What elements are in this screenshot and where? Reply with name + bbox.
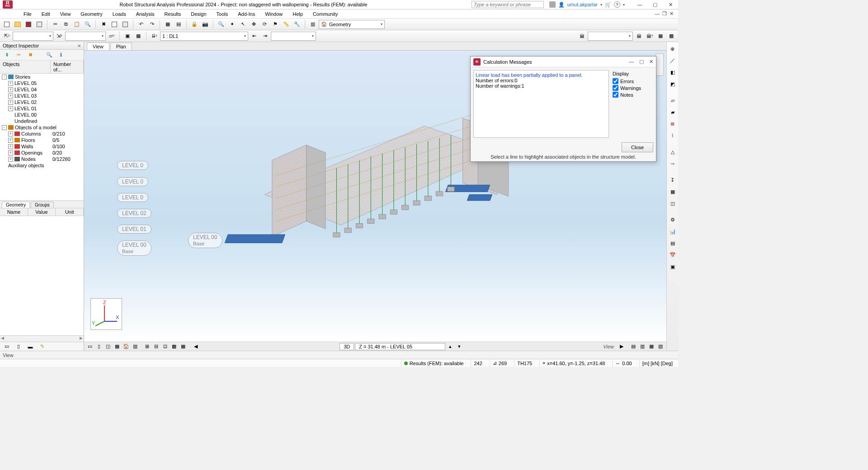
tree-row[interactable]: +LEVEL 04 <box>0 86 84 93</box>
vb-end-4[interactable]: ▧ <box>656 343 665 350</box>
view-info[interactable]: Z = 31.48 m - LEVEL 05 <box>355 343 445 350</box>
apply-section-icon[interactable]: 🏛 <box>634 31 644 41</box>
rt-section-icon[interactable]: ◧ <box>668 67 678 77</box>
menu-analysis[interactable]: Analysis <box>132 10 159 18</box>
menu-help[interactable]: Help <box>288 10 307 18</box>
rt-mesh-icon[interactable]: ▦ <box>668 187 678 197</box>
vb-end-1[interactable]: ▤ <box>629 343 637 350</box>
vb-down[interactable]: ▾ <box>455 343 463 350</box>
vb-5[interactable]: 🏠 <box>122 343 130 350</box>
vb-scroll-left[interactable]: ◀ <box>192 343 200 350</box>
calc-icon[interactable]: ▤ <box>174 19 184 29</box>
search-input[interactable] <box>472 1 544 8</box>
prop-col-name[interactable]: Name <box>0 208 28 216</box>
menu-file[interactable]: File <box>19 10 36 18</box>
zoom-icon[interactable]: 🔍 <box>216 19 226 29</box>
tree-row[interactable]: Auxiliary objects <box>0 162 84 169</box>
tree-row[interactable]: +Columns0/210 <box>0 131 84 137</box>
menu-tools[interactable]: Tools <box>212 10 233 18</box>
rt-bar-icon[interactable]: ／ <box>668 56 678 66</box>
layout-combo[interactable]: 🏠Geometry▾ <box>319 20 385 29</box>
prop-col-value[interactable]: Value <box>28 208 56 216</box>
check-warnings[interactable]: Warnings <box>613 85 652 91</box>
load-next-icon[interactable]: ⇥ <box>260 31 270 41</box>
sheet-icon[interactable] <box>109 19 119 29</box>
delete-icon[interactable]: ✖ <box>99 19 108 29</box>
section-combo[interactable]: ▾ <box>588 32 633 41</box>
node-select-icon[interactable]: ⇱? <box>2 31 12 41</box>
menu-window[interactable]: Window <box>260 10 287 18</box>
cut-icon[interactable]: ✂ <box>50 19 60 29</box>
tree-row[interactable]: +Nodes0/12280 <box>0 156 84 162</box>
close-button[interactable]: Close <box>622 142 653 152</box>
vb-3[interactable]: ◫ <box>104 343 112 350</box>
tab-view[interactable]: View <box>87 42 109 50</box>
node-combo[interactable]: ▾ <box>13 32 53 41</box>
menu-design[interactable]: Design <box>186 10 211 18</box>
tree-search-icon[interactable]: 🔍 <box>44 50 54 60</box>
tree-row[interactable]: +Openings0/20 <box>0 150 84 156</box>
minimize-button[interactable]: — <box>632 0 647 9</box>
axis-gizmo[interactable]: Z X Y <box>90 298 122 330</box>
tree-row[interactable]: +Floors0/5 <box>0 137 84 143</box>
section-db-icon[interactable]: 🏛 <box>577 31 587 41</box>
vb-end-2[interactable]: ▥ <box>638 343 646 350</box>
dialog-titlebar[interactable]: R Calculation Messages — ▢ ✕ <box>471 56 656 67</box>
rt-slab-icon[interactable]: ▰ <box>668 107 678 117</box>
display-icon[interactable]: ▣ <box>123 31 132 41</box>
rt-extra-icon[interactable]: ▣ <box>668 262 678 272</box>
vb-4[interactable]: ▦ <box>113 343 121 350</box>
help-icon[interactable]: ? <box>614 1 620 8</box>
bar-combo[interactable]: ▾ <box>65 32 106 41</box>
menu-loads[interactable]: Loads <box>108 10 131 18</box>
vb-10[interactable]: ▩ <box>170 343 178 350</box>
tree-tool-3[interactable]: ✖ <box>25 50 35 60</box>
rt-date-icon[interactable]: 📅 <box>668 250 678 260</box>
grid2-icon[interactable]: ▩ <box>666 31 676 41</box>
mode-combo[interactable]: ▾ <box>271 32 316 41</box>
vb-up[interactable]: ▴ <box>446 343 454 350</box>
load-prev-icon[interactable]: ⇤ <box>249 31 259 41</box>
open-icon[interactable] <box>13 19 23 29</box>
tree-row[interactable]: +LEVEL 03 <box>0 93 84 99</box>
tree-row[interactable]: +Walls0/100 <box>0 143 84 150</box>
orbit-icon[interactable]: ⟳ <box>259 19 269 29</box>
load-case-combo[interactable]: 1 : DL1▾ <box>160 32 248 41</box>
rt-load-icon[interactable]: ↧ <box>668 175 678 185</box>
rt-release-icon[interactable]: ⊸ <box>668 159 678 169</box>
check-notes[interactable]: Notes <box>613 92 652 98</box>
module-icon[interactable] <box>549 1 556 8</box>
screenshot-icon[interactable]: 📷 <box>200 19 210 29</box>
copy-icon[interactable]: ⧉ <box>61 19 71 29</box>
lock-icon[interactable]: 🔒 <box>189 19 199 29</box>
vb-7[interactable]: ⊞ <box>143 343 151 350</box>
sections-help-icon[interactable]: 🏛? <box>645 31 655 41</box>
menu-community[interactable]: Community <box>308 10 343 18</box>
rt-calc-icon[interactable]: ⚙ <box>668 215 678 225</box>
message-list[interactable]: Linear load has been partially applied t… <box>473 70 609 138</box>
print-icon[interactable] <box>34 19 44 29</box>
tab-plan[interactable]: Plan <box>110 42 132 50</box>
measure-icon[interactable]: 📏 <box>281 19 291 29</box>
tree-help-icon[interactable]: ℹ <box>56 50 66 60</box>
vb-11[interactable]: ▦ <box>179 343 187 350</box>
sheets-icon[interactable] <box>120 19 130 29</box>
mini-2[interactable]: ▯ <box>14 342 24 352</box>
rt-cladding-icon[interactable]: ⌇ <box>668 131 678 141</box>
pan-icon[interactable]: ✥ <box>249 19 259 29</box>
prop-col-unit[interactable]: Unit <box>56 208 84 216</box>
vb-6[interactable]: ▥ <box>131 343 139 350</box>
rt-mat-icon[interactable]: ◩ <box>668 79 678 89</box>
tree-col-objects[interactable]: Objects <box>0 61 51 73</box>
tree-row[interactable]: +LEVEL 02 <box>0 99 84 105</box>
menu-results[interactable]: Results <box>160 10 186 18</box>
dialog-minimize[interactable]: — <box>629 59 634 65</box>
close-button[interactable]: ✕ <box>663 0 678 9</box>
vb-8[interactable]: ⊟ <box>152 343 160 350</box>
vb-2[interactable]: ▯ <box>95 343 103 350</box>
select-icon[interactable]: ↖ <box>238 19 248 29</box>
rt-axis-icon[interactable]: ⊕ <box>668 44 678 54</box>
tree-row[interactable]: -Stories <box>0 74 84 80</box>
menu-edit[interactable]: Edit <box>37 10 55 18</box>
menu-view[interactable]: View <box>56 10 75 18</box>
